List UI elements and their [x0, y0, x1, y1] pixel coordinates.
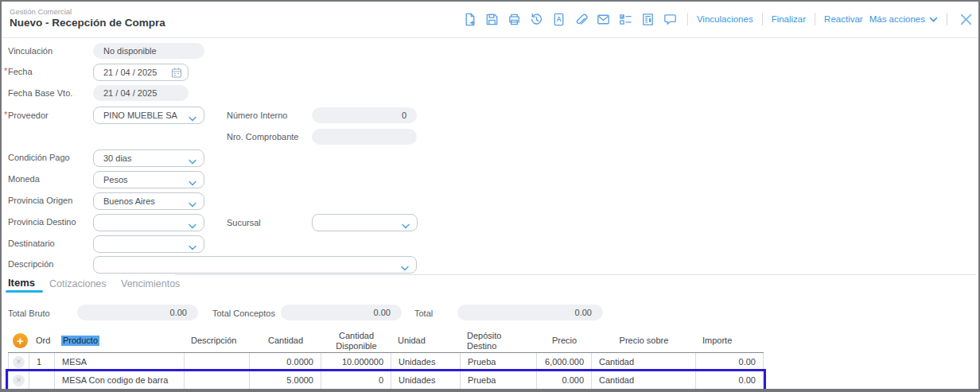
items-table-header: OrdProductoDescripciónCantidadCantidad D… — [8, 329, 764, 353]
cell-precio[interactable]: 0.000 — [537, 371, 592, 389]
destinatario-label: Destinatario — [8, 239, 55, 248]
chevron-down-icon — [189, 178, 196, 188]
column-header-cantidad[interactable]: Cantidad — [250, 329, 321, 352]
tab-cotizaciones[interactable]: Cotizaciones — [49, 278, 107, 289]
cell-unidad[interactable]: Unidades — [391, 371, 461, 389]
cell-descripcion[interactable] — [185, 371, 250, 389]
chevron-down-icon — [189, 157, 196, 166]
condicion-pago-label: Condición Pago — [8, 153, 70, 162]
finalizar-button[interactable]: Finalizar — [772, 14, 806, 24]
items-table-body: ✕1MESA0.000010.000000UnidadesPrueba6,000… — [8, 353, 764, 390]
cell-producto[interactable]: MESA Con codigo de barra — [55, 371, 185, 389]
cell-producto[interactable]: MESA — [55, 353, 185, 371]
nro-comprobante-label: Nro. Comprobante — [227, 132, 299, 142]
nro-comprobante-field — [312, 129, 417, 145]
cell-actions: ✕ — [8, 371, 29, 389]
cell-precio-sobre[interactable]: Cantidad — [592, 353, 696, 371]
column-header-precio-sobre[interactable]: Precio sobre — [592, 329, 696, 352]
column-header-unidad[interactable]: Unidad — [391, 329, 461, 352]
breadcrumb: Gestión Comercial — [10, 7, 72, 16]
cell-cantidad-disponible[interactable]: 0 — [321, 371, 391, 389]
provincia-origen-select[interactable]: Buenos Aires — [93, 192, 204, 210]
cell-precio[interactable]: 6,000.000 — [537, 353, 592, 371]
fecha-base-vto-field: 21 / 04 / 2025 — [93, 85, 189, 101]
cell-ord[interactable] — [29, 371, 55, 389]
journal-icon[interactable] — [640, 11, 656, 27]
total-bruto-field: 0.00 — [77, 305, 198, 320]
provincia-destino-label: Provincia Destino — [8, 217, 76, 227]
descripcion-select[interactable] — [93, 256, 417, 274]
tab-vencimientos[interactable]: Vencimientos — [121, 278, 180, 289]
cell-cantidad-disponible[interactable]: 10.000000 — [321, 353, 391, 371]
numero-interno-label: Número Interno — [227, 111, 287, 120]
cell-precio-sobre[interactable]: Cantidad — [592, 371, 696, 389]
column-header-descripcion[interactable]: Descripción — [185, 329, 250, 352]
cell-deposito-destino[interactable]: Prueba — [461, 371, 537, 389]
vinculacion-field: No disponible — [93, 43, 204, 59]
condicion-pago-select[interactable]: 30 dias — [93, 149, 204, 167]
vinculaciones-button[interactable]: Vinculaciones — [697, 14, 753, 24]
comment-icon[interactable] — [663, 11, 679, 27]
sucursal-select[interactable] — [312, 214, 418, 231]
total-label: Total — [414, 309, 433, 318]
fecha-input[interactable]: 21 / 04 / 2025 — [93, 64, 189, 81]
close-icon[interactable] — [958, 11, 974, 27]
numero-interno-field: 0 — [312, 107, 417, 123]
toolbar-separator — [687, 13, 688, 25]
sucursal-label: Sucursal — [227, 218, 261, 227]
column-header-ord[interactable]: Ord — [29, 329, 55, 352]
total-conceptos-field: 0.00 — [281, 305, 402, 320]
purchase-reception-window: Gestión Comercial Nuevo - Recepción de C… — [0, 0, 980, 392]
column-header-cantidad-disponible[interactable]: Cantidad Disponible — [321, 329, 391, 352]
document-a-icon[interactable]: A — [551, 11, 567, 27]
cell-importe[interactable]: 0.00 — [696, 353, 764, 371]
fecha-label: Fecha — [8, 67, 33, 76]
destinatario-select[interactable] — [93, 235, 204, 253]
history-icon[interactable] — [529, 11, 545, 27]
provincia-destino-select[interactable] — [93, 214, 204, 231]
table-row-selected[interactable]: ✕MESA Con codigo de barra5.00000Unidades… — [8, 371, 764, 390]
page-title: Nuevo - Recepción de Compra — [10, 17, 165, 29]
moneda-label: Moneda — [8, 174, 40, 184]
toolbar: A Vinculaciones Finalizar Reactivar Más … — [462, 11, 974, 27]
cell-actions: ✕ — [8, 353, 29, 371]
checklist-icon[interactable] — [618, 11, 634, 27]
delete-row-button[interactable]: ✕ — [13, 375, 25, 386]
chevron-down-icon — [401, 263, 409, 273]
table-row[interactable]: ✕1MESA0.000010.000000UnidadesPrueba6,000… — [8, 353, 764, 371]
cell-descripcion[interactable] — [185, 353, 250, 371]
delete-row-button[interactable]: ✕ — [13, 356, 25, 368]
descripcion-label: Descripción — [8, 259, 53, 269]
proveedor-select[interactable]: PINO MUEBLE SA — [93, 107, 204, 124]
chevron-down-icon — [189, 221, 196, 231]
moneda-select[interactable]: Pesos — [93, 171, 204, 188]
mas-acciones-button[interactable]: Más acciones — [869, 14, 938, 24]
cell-importe[interactable]: 0.00 — [696, 371, 764, 389]
column-header-deposito-destino[interactable]: Depósito Destino — [461, 329, 537, 352]
toolbar-separator — [762, 13, 763, 25]
toolbar-separator — [947, 13, 947, 25]
cell-deposito-destino[interactable]: Prueba — [461, 353, 537, 371]
cell-unidad[interactable]: Unidades — [391, 353, 461, 371]
chevron-down-icon — [189, 200, 196, 209]
cell-cantidad[interactable]: 5.0000 — [250, 371, 321, 389]
tab-items[interactable]: Items — [8, 277, 35, 289]
header-divider — [2, 37, 978, 38]
column-header-producto[interactable]: Producto — [55, 329, 185, 352]
new-document-icon[interactable] — [462, 11, 478, 27]
fecha-base-vto-label: Fecha Base Vto. — [8, 88, 72, 98]
cell-ord[interactable]: 1 — [29, 353, 55, 371]
vinculacion-label: Vinculación — [8, 46, 52, 56]
calendar-icon[interactable] — [171, 67, 182, 80]
column-header-importe[interactable]: Importe — [696, 329, 764, 352]
email-icon[interactable] — [596, 11, 612, 27]
print-icon[interactable] — [507, 11, 523, 27]
chevron-down-icon — [189, 114, 196, 123]
save-icon[interactable] — [484, 11, 500, 27]
column-header-precio[interactable]: Precio — [537, 329, 592, 352]
active-tab-underline — [6, 290, 43, 293]
column-header-actions — [8, 329, 29, 352]
reactivar-button[interactable]: Reactivar — [824, 14, 863, 24]
cell-cantidad[interactable]: 0.0000 — [250, 353, 321, 371]
attachment-icon[interactable] — [574, 11, 589, 27]
